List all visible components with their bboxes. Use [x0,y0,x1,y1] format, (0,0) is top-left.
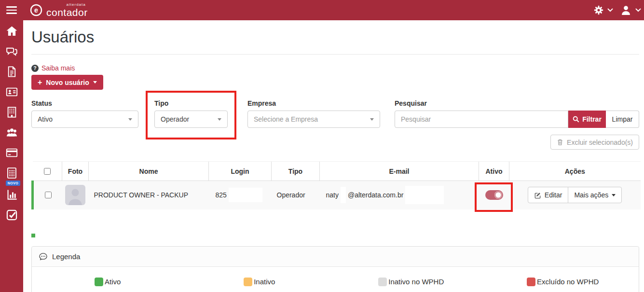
sidebar-item-messages[interactable] [5,45,18,58]
chevron-down-icon [607,8,613,12]
row-tipo: Operador [272,181,320,209]
legend-label: Ativo [105,278,121,286]
tipo-select[interactable]: Operador [154,111,228,128]
excluir-selecionados-button[interactable]: Excluir selecionado(s) [550,135,639,150]
redaction-box [341,187,346,203]
legend-swatch-ativo [95,278,103,286]
legend-body: Ativo Inativo Inativo no WPHD Excluído n… [32,267,639,292]
row-email-cell: naty @alterdata.com.br [320,181,479,209]
row-select-cell [33,181,62,209]
sidebar-item-billing[interactable] [5,146,18,159]
status-label: Status [31,99,138,107]
avatar [65,185,85,205]
bulk-actions-row: Excluir selecionado(s) [31,135,639,150]
sidebar-item-companies[interactable] [5,106,18,119]
row-checkbox[interactable] [45,192,52,198]
empresa-select[interactable]: Selecione a Empresa [247,111,380,128]
logo-alterdata: alterdata [67,3,86,7]
filter-empresa: Empresa Selecione a Empresa [247,99,380,128]
title-divider [31,54,639,55]
caret-down-icon [128,118,132,121]
header-login: Login [209,162,272,181]
comments-icon [5,45,18,58]
legend-label: Inativo no WPHD [388,278,444,286]
novo-badge: NOVO [6,181,21,186]
question-circle-icon: ? [31,65,39,72]
novo-usuario-label: Novo usuário [46,79,89,86]
caret-down-icon [370,118,374,121]
editar-button[interactable]: Editar [528,187,569,203]
sidebar-item-documents[interactable] [5,65,18,78]
legend-item-ativo: Ativo [32,278,184,286]
select-all-checkbox[interactable] [44,168,51,175]
home-icon [5,25,18,38]
table-row: PRODUCT OWNER - PACKUP 825 Operador naty… [33,181,641,209]
legend-panel: Legenda Ativo Inativo Inativo no WPHD E [31,246,639,292]
saiba-mais-link[interactable]: ? Saiba mais [31,64,75,72]
brand-logo[interactable]: e alterdata contador [30,3,88,17]
mais-acoes-button[interactable]: Mais ações [568,187,622,203]
legend-item-inativo-wphd: Inativo no WPHD [335,278,487,286]
tipo-value: Operador [161,115,189,123]
row-email-user: naty [326,191,339,199]
novo-usuario-button[interactable]: + Novo usuário [31,75,103,90]
ativo-toggle[interactable] [485,190,503,200]
row-email-domain: @alterdata.com.br [348,191,403,199]
topbar-actions [591,2,644,18]
page-title: Usuários [31,28,639,46]
comment-icon [39,252,48,261]
menu-icon[interactable] [0,0,23,20]
sidebar-item-reports[interactable] [5,188,18,201]
table-header-row: Foto Nome Login Tipo E-mail Ativo Ações [33,162,641,181]
select-all-header [33,162,62,181]
row-nome: PRODUCT OWNER - PACKUP [89,181,209,209]
topbar: e alterdata contador [0,0,644,20]
document-icon [5,65,18,78]
caret-down-icon [612,194,616,196]
credit-card-icon [5,146,18,159]
excluir-label: Excluir selecionado(s) [567,139,633,146]
empresa-label: Empresa [247,99,380,107]
header-ativo: Ativo [479,162,509,181]
main-content: Usuários ? Saiba mais + Novo usuário Sta… [23,20,644,292]
editar-label: Editar [545,191,562,199]
logo-text: alterdata contador [46,3,88,17]
user-icon [620,4,632,16]
sidebar-item-users[interactable] [5,126,18,139]
sidebar: NOVO [0,20,23,292]
settings-menu-button[interactable] [591,3,615,17]
status-marker [31,234,35,237]
user-menu-button[interactable] [618,2,643,18]
saiba-mais-label: Saiba mais [41,64,75,72]
search-icon [573,116,579,123]
redaction-box [405,186,444,204]
header-acoes: Ações [509,162,641,181]
calculator-icon [5,167,18,180]
users-table: Foto Nome Login Tipo E-mail Ativo Ações [31,161,641,209]
legend-header: Legenda [32,247,639,267]
status-select[interactable]: Ativo [31,111,138,128]
filtrar-button[interactable]: Filtrar [568,111,606,128]
legend-item-excluido-wphd: Excluído no WPHD [487,278,639,286]
limpar-button[interactable]: Limpar [606,111,639,128]
caret-down-icon [93,81,97,83]
sidebar-item-tasks[interactable] [5,209,18,222]
sidebar-item-home[interactable] [5,25,18,38]
logo-contador: contador [46,7,88,17]
filter-tipo: Tipo Operador [154,99,228,128]
redaction-box [229,188,262,202]
sidebar-item-calculator[interactable] [5,167,18,180]
id-card-icon [5,85,18,98]
edit-icon [534,192,541,199]
row-login: 825 [216,191,227,199]
row-acoes-cell: Editar Mais ações [509,181,641,209]
filter-status: Status Ativo [31,99,138,128]
row-ativo-cell [479,181,509,209]
sidebar-item-contacts[interactable] [5,85,18,98]
search-input[interactable] [395,111,568,128]
empresa-placeholder: Selecione a Empresa [254,115,318,123]
gear-icon [593,5,604,15]
legend-swatch-inativo [244,278,252,286]
header-tipo: Tipo [272,162,320,181]
filters-bar: Status Ativo Tipo Operador Empresa Selec… [31,99,639,128]
